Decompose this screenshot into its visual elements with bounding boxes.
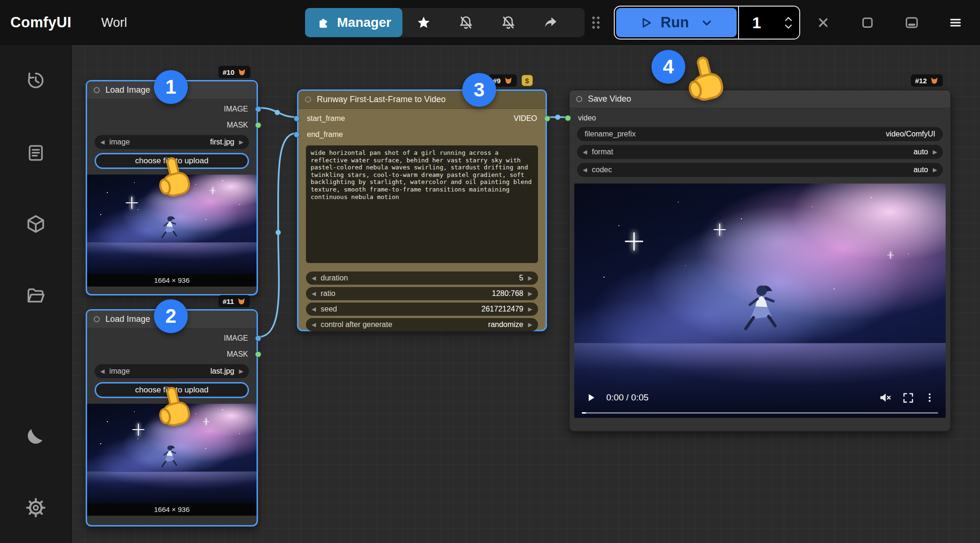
star-icon (417, 16, 431, 30)
wire-midpoint-dot (275, 110, 280, 115)
node-graph-canvas[interactable]: Load Image IMAGE MASK ◀ image first.jpg … (72, 45, 980, 543)
app-logo: ComfyUI (10, 0, 72, 45)
next-arrow-icon[interactable]: ▶ (239, 139, 243, 145)
prev-arrow-icon[interactable]: ◀ (100, 368, 104, 374)
io-row: start_frame VIDEO (298, 112, 546, 125)
next-arrow-icon[interactable]: ▶ (528, 322, 532, 327)
next-arrow-icon[interactable]: ▶ (528, 291, 532, 296)
chevron-down-icon (700, 16, 713, 29)
node-id-label: #12 (915, 77, 927, 85)
bypass-nodes-button[interactable] (487, 8, 530, 37)
widget-value: auto (914, 148, 928, 156)
image-output-port[interactable] (255, 106, 261, 112)
girl-silhouette (158, 215, 181, 247)
seed-widget[interactable]: ◀ seed 2617212479 ▶ (306, 303, 538, 316)
prev-arrow-icon[interactable]: ◀ (312, 275, 316, 281)
ratio-widget[interactable]: ◀ ratio 1280:768 ▶ (306, 287, 538, 300)
output-label: MASK (227, 350, 248, 359)
end-frame-input-port[interactable] (294, 132, 300, 138)
io-row: end_frame (298, 128, 546, 141)
output-label: IMAGE (224, 105, 248, 113)
collapse-dot-icon[interactable] (576, 96, 582, 102)
step-badge-2: 2 (154, 299, 188, 333)
widget-value: first.jpg (210, 138, 234, 146)
node-id-badge: #10 (218, 66, 250, 78)
play-icon (585, 391, 597, 404)
filename-prefix-widget[interactable]: filename_prefix video/ComfyUI (577, 127, 943, 141)
main-menu-button[interactable] (944, 0, 967, 45)
widget-label: ratio (321, 289, 335, 298)
prev-arrow-icon[interactable]: ◀ (312, 291, 316, 296)
fox-badge-icon (930, 76, 939, 85)
share-button[interactable] (530, 8, 572, 37)
node-header[interactable]: Save Video (570, 90, 950, 108)
save-video-node[interactable]: Save Video video filename_prefix video/C… (569, 89, 951, 432)
chevron-down-icon[interactable] (784, 24, 793, 29)
sparkle-icon (138, 423, 139, 436)
video-input-port[interactable] (565, 115, 571, 121)
favorites-button[interactable] (402, 8, 445, 37)
mask-output-port[interactable] (255, 351, 261, 358)
control-after-generate-widget[interactable]: ◀ control after generate randomize ▶ (306, 318, 538, 331)
next-arrow-icon[interactable]: ▶ (933, 167, 937, 173)
prompt-textarea[interactable]: wide horizontal pan shot of a girl runni… (306, 145, 538, 263)
hamburger-icon (948, 16, 963, 30)
start-frame-input-port[interactable] (294, 116, 300, 122)
video-time: 0:00 / 0:05 (606, 392, 649, 403)
step-badge-4: 4 (651, 50, 685, 84)
collapse-dot-icon[interactable] (94, 87, 100, 93)
sidebar-item-workflows[interactable] (20, 280, 51, 311)
run-button[interactable]: Run (616, 8, 737, 37)
sidebar-item-history[interactable] (20, 65, 51, 96)
sidebar-item-settings[interactable] (20, 492, 51, 523)
next-arrow-icon[interactable]: ▶ (528, 275, 532, 281)
node-header[interactable]: Runway First-Last-Frame to Video (298, 91, 546, 109)
collapse-dot-icon[interactable] (305, 96, 311, 103)
next-arrow-icon[interactable]: ▶ (933, 149, 937, 155)
batch-count-value: 1 (752, 14, 784, 32)
output-row: IMAGE (87, 103, 257, 115)
output-label: IMAGE (224, 334, 248, 343)
gear-icon (25, 497, 47, 519)
video-more-options-button[interactable] (924, 392, 935, 403)
video-play-button[interactable] (585, 391, 597, 404)
prev-arrow-icon[interactable]: ◀ (312, 322, 316, 327)
sidebar-item-models[interactable] (20, 208, 51, 240)
chevron-up-icon[interactable] (784, 16, 793, 22)
next-arrow-icon[interactable]: ▶ (528, 306, 532, 312)
video-player[interactable]: 0:00 / 0:05 (574, 184, 946, 418)
sidebar-item-logs[interactable] (20, 137, 51, 168)
prev-arrow-icon[interactable]: ◀ (100, 139, 104, 145)
prev-arrow-icon[interactable]: ◀ (312, 306, 316, 312)
canvas-frame-button[interactable] (856, 0, 879, 45)
image-select-widget[interactable]: ◀ image last.jpg ▶ (95, 364, 249, 378)
prev-arrow-icon[interactable]: ◀ (583, 149, 587, 155)
bottom-panel-toggle-button[interactable] (900, 0, 923, 45)
manager-button[interactable]: Manager (305, 8, 402, 37)
mask-output-port[interactable] (255, 122, 261, 128)
video-output-port[interactable] (544, 116, 550, 122)
prev-arrow-icon[interactable]: ◀ (583, 167, 587, 173)
widget-value: last.jpg (210, 367, 234, 375)
sidebar-item-theme-toggle[interactable] (20, 420, 51, 451)
video-progress-bar[interactable] (582, 412, 938, 414)
image-output-port[interactable] (255, 335, 261, 342)
toolbar-drag-handle[interactable] (591, 16, 601, 30)
format-widget[interactable]: ◀ format auto ▶ (577, 145, 943, 159)
node-title: Load Image (105, 314, 150, 324)
image-select-widget[interactable]: ◀ image first.jpg ▶ (95, 135, 249, 149)
bell-slash-icon (501, 15, 516, 30)
clear-queue-button[interactable] (812, 0, 835, 45)
output-row: IMAGE (87, 332, 257, 344)
mute-nodes-button[interactable] (445, 8, 487, 37)
workflow-tab[interactable]: Worl (101, 0, 140, 45)
video-mute-button[interactable] (878, 391, 892, 405)
collapse-dot-icon[interactable] (94, 316, 100, 322)
codec-widget[interactable]: ◀ codec auto ▶ (577, 163, 943, 177)
batch-count-stepper[interactable]: 1 (738, 7, 799, 39)
next-arrow-icon[interactable]: ▶ (239, 368, 243, 374)
runway-video-node[interactable]: Runway First-Last-Frame to Video start_f… (297, 89, 547, 331)
duration-widget[interactable]: ◀ duration 5 ▶ (306, 272, 538, 285)
image-dimensions: 1664 × 936 (87, 503, 257, 516)
video-fullscreen-button[interactable] (902, 391, 915, 404)
